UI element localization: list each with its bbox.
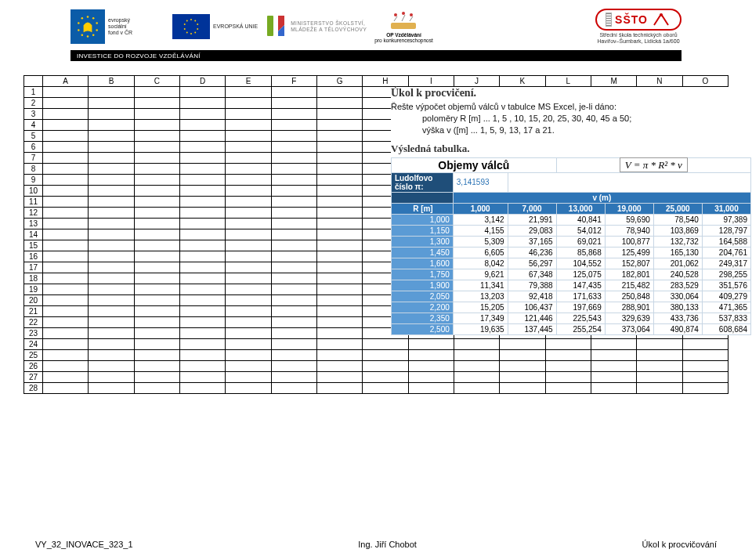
cell bbox=[134, 251, 179, 262]
cell bbox=[43, 372, 89, 383]
col-header: I bbox=[408, 76, 454, 87]
cell bbox=[363, 372, 408, 383]
cell bbox=[89, 208, 134, 219]
cell bbox=[316, 175, 362, 186]
cell bbox=[316, 262, 362, 273]
cell bbox=[363, 339, 408, 350]
cell bbox=[316, 87, 362, 98]
cell bbox=[271, 361, 316, 372]
cell bbox=[454, 383, 499, 394]
footer-right: Úkol k procvičování bbox=[642, 540, 717, 549]
row-header: 21 bbox=[24, 306, 43, 317]
cell bbox=[43, 175, 89, 186]
cell bbox=[408, 361, 454, 372]
cell bbox=[179, 339, 225, 350]
cell bbox=[179, 153, 225, 164]
cell bbox=[179, 197, 225, 208]
cell bbox=[226, 109, 271, 120]
result-table: Objemy válcůV = π * R² * vLudolfovočíslo… bbox=[391, 157, 751, 335]
row-header: 11 bbox=[24, 197, 43, 208]
cell bbox=[134, 339, 179, 350]
row-header: 16 bbox=[24, 251, 43, 262]
cell bbox=[271, 350, 316, 361]
cell bbox=[134, 229, 179, 240]
cell bbox=[226, 186, 271, 197]
cell bbox=[43, 186, 89, 197]
svg-point-24 bbox=[410, 13, 413, 16]
svg-point-22 bbox=[394, 13, 397, 16]
cell bbox=[134, 219, 179, 229]
cell bbox=[545, 372, 591, 383]
cell bbox=[134, 142, 179, 153]
eu-flag-icon bbox=[172, 14, 210, 39]
cell bbox=[134, 131, 179, 142]
cell bbox=[43, 328, 89, 339]
cell bbox=[179, 229, 225, 240]
cell bbox=[271, 262, 316, 273]
col-header: G bbox=[316, 76, 362, 87]
cell bbox=[134, 361, 179, 372]
svg-point-1 bbox=[92, 17, 95, 20]
row-header: 27 bbox=[24, 372, 43, 383]
cell bbox=[271, 197, 316, 208]
cell bbox=[271, 98, 316, 109]
col-header: D bbox=[179, 76, 225, 87]
cell bbox=[637, 372, 682, 383]
svg-point-6 bbox=[81, 34, 84, 37]
cell bbox=[316, 164, 362, 175]
cell bbox=[179, 164, 225, 175]
cell bbox=[179, 186, 225, 197]
cell bbox=[89, 131, 134, 142]
cell bbox=[271, 383, 316, 394]
cell bbox=[134, 197, 179, 208]
cell bbox=[500, 350, 545, 361]
cell bbox=[316, 284, 362, 295]
cell bbox=[316, 208, 362, 219]
cell bbox=[500, 372, 545, 383]
cell bbox=[43, 109, 89, 120]
cell bbox=[89, 284, 134, 295]
cell bbox=[43, 153, 89, 164]
cell bbox=[43, 383, 89, 394]
cell bbox=[179, 208, 225, 219]
row-header: 15 bbox=[24, 240, 43, 251]
cell bbox=[316, 120, 362, 131]
cell bbox=[89, 98, 134, 109]
cell bbox=[271, 109, 316, 120]
cell bbox=[271, 219, 316, 229]
cell bbox=[179, 273, 225, 284]
cell bbox=[545, 339, 591, 350]
cell bbox=[89, 186, 134, 197]
cell bbox=[43, 120, 89, 131]
cell bbox=[271, 295, 316, 306]
svg-point-12 bbox=[197, 23, 198, 25]
cell bbox=[134, 98, 179, 109]
row-header: 6 bbox=[24, 142, 43, 153]
msmt-logo: MINISTERSTVO ŠKOLSTVÍ, MLÁDEŽE A TĚLOVÝC… bbox=[266, 13, 367, 41]
row-header: 12 bbox=[24, 208, 43, 219]
task-subtitle: Výsledná tabulka. bbox=[391, 143, 751, 155]
cell bbox=[271, 153, 316, 164]
cell bbox=[89, 273, 134, 284]
cell bbox=[179, 87, 225, 98]
cell bbox=[179, 219, 225, 229]
cell bbox=[545, 350, 591, 361]
cell bbox=[134, 175, 179, 186]
cell bbox=[134, 87, 179, 98]
col-header: F bbox=[271, 76, 316, 87]
cell bbox=[134, 284, 179, 295]
cell bbox=[408, 339, 454, 350]
cell bbox=[89, 295, 134, 306]
cell bbox=[179, 175, 225, 186]
svg-point-17 bbox=[184, 28, 186, 30]
svg-point-3 bbox=[96, 29, 98, 31]
cell bbox=[89, 164, 134, 175]
cell bbox=[316, 361, 362, 372]
cell bbox=[179, 372, 225, 383]
cell bbox=[226, 251, 271, 262]
row-header: 24 bbox=[24, 339, 43, 350]
cell bbox=[43, 208, 89, 219]
cell bbox=[179, 109, 225, 120]
svg-point-9 bbox=[81, 17, 84, 20]
cell bbox=[179, 142, 225, 153]
